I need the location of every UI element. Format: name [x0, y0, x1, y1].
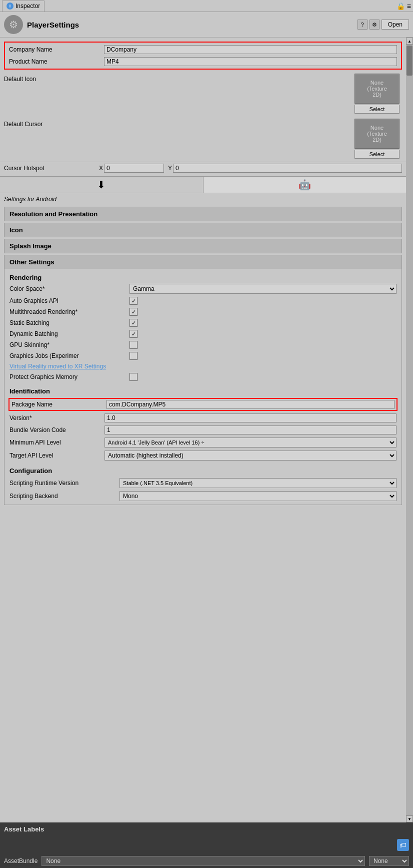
graphics-jobs-row: Graphics Jobs (Experimer	[4, 350, 402, 361]
color-space-label: Color Space*	[10, 285, 130, 292]
lock-icon[interactable]: 🔒	[396, 2, 405, 10]
company-name-row: Company Name	[5, 44, 401, 56]
configuration-title: Configuration	[4, 462, 402, 477]
rendering-title: Rendering	[4, 271, 402, 282]
default-icon-label: Default Icon	[4, 74, 99, 83]
inspector-tab-bar: i Inspector 🔒 ≡	[0, 0, 413, 12]
resolution-section-header[interactable]: Resolution and Presentation	[4, 207, 402, 221]
protect-memory-label: Protect Graphics Memory	[10, 373, 130, 380]
static-batching-row: Static Batching ✓	[4, 317, 402, 328]
static-batching-checkbox[interactable]: ✓	[130, 319, 138, 327]
gpu-skinning-row: GPU Skinning*	[4, 339, 402, 350]
scripting-backend-select[interactable]: Mono	[120, 491, 396, 501]
tag-icon: 🏷	[397, 839, 409, 851]
scrollbar-up-arrow[interactable]: ▲	[406, 38, 413, 45]
asset-labels-bottom: 🏷	[0, 836, 413, 854]
static-batching-label: Static Batching	[10, 319, 130, 326]
scrollbar: ▲ ▼	[406, 38, 413, 822]
bundle-version-label: Bundle Version Code	[10, 426, 104, 433]
scripting-runtime-row: Scripting Runtime Version Stable (.NET 3…	[4, 477, 402, 490]
graphics-jobs-label: Graphics Jobs (Experimer	[10, 352, 130, 359]
tab-desktop[interactable]: ⬇	[0, 177, 204, 193]
company-name-input[interactable]	[104, 45, 397, 54]
tab-android[interactable]: 🤖	[204, 177, 406, 193]
color-space-row: Color Space* Gamma	[4, 282, 402, 295]
multithreaded-label: Multithreaded Rendering*	[10, 308, 130, 315]
version-input[interactable]	[104, 413, 396, 422]
min-api-row: Minimum API Level Android 4.1 'Jelly Bea…	[4, 436, 402, 449]
auto-graphics-checkbox[interactable]: ✓	[130, 297, 138, 305]
auto-graphics-row: Auto Graphics API ✓	[4, 295, 402, 306]
product-name-input[interactable]	[104, 57, 397, 66]
target-api-label: Target API Level	[10, 452, 104, 459]
default-icon-select-btn[interactable]: Select	[354, 105, 400, 114]
player-settings-header: ⚙ PlayerSettings ? ⚙ Open	[0, 12, 413, 38]
inspector-window: i Inspector 🔒 ≡ ⚙ PlayerSettings ? ⚙ Ope…	[0, 0, 413, 868]
version-label: Version*	[10, 414, 104, 421]
icon-section-header[interactable]: Icon	[4, 223, 402, 237]
product-name-row: Product Name	[5, 56, 401, 68]
inspector-tab-title: Inspector	[16, 3, 40, 10]
target-api-row: Target API Level Automatic (highest inst…	[4, 449, 402, 462]
cursor-hotspot-row: Cursor Hotspot X Y	[0, 162, 406, 174]
default-icon-row: Default Icon None (Texture 2D) Select	[0, 72, 406, 117]
help-button[interactable]: ?	[358, 20, 368, 30]
platform-tabs: ⬇ 🤖	[0, 176, 406, 193]
scripting-backend-row: Scripting Backend Mono	[4, 490, 402, 503]
asset-bundle-bar: AssetBundle None None	[0, 854, 413, 868]
assetbundle-label: AssetBundle	[4, 857, 38, 864]
default-cursor-select-btn[interactable]: Select	[354, 150, 400, 159]
identification-title: Identification	[4, 382, 402, 397]
auto-graphics-label: Auto Graphics API	[10, 297, 130, 304]
hotspot-y-input[interactable]	[173, 164, 402, 173]
settings-for-android-label: Settings for Android	[0, 193, 406, 205]
hotspot-x-input[interactable]	[104, 164, 164, 173]
bundle-version-row: Bundle Version Code	[4, 424, 402, 436]
inspector-tab[interactable]: i Inspector	[2, 1, 44, 12]
dynamic-batching-checkbox[interactable]: ✓	[130, 330, 138, 338]
menu-icon[interactable]: ≡	[407, 2, 411, 10]
scripting-backend-label: Scripting Backend	[10, 493, 120, 500]
splash-section-header[interactable]: Splash Image	[4, 239, 402, 253]
package-name-input[interactable]	[106, 400, 394, 409]
other-settings-header[interactable]: Other Settings	[4, 255, 402, 269]
graphics-jobs-checkbox[interactable]	[130, 352, 138, 360]
gpu-skinning-label: GPU Skinning*	[10, 341, 130, 348]
min-api-label: Minimum API Level	[10, 439, 104, 446]
company-product-section: Company Name Product Name	[4, 42, 402, 70]
assetbundle-select-1[interactable]: None	[42, 856, 365, 866]
min-api-select[interactable]: Android 4.1 'Jelly Bean' (API level 16) …	[104, 438, 396, 448]
protect-memory-checkbox[interactable]	[130, 373, 138, 381]
main-content: Company Name Product Name Default Icon N…	[0, 38, 406, 822]
assetbundle-select-2[interactable]: None	[369, 856, 409, 866]
bundle-version-input[interactable]	[104, 425, 396, 435]
vr-xr-link[interactable]: Virtual Reality moved to XR Settings	[4, 361, 402, 371]
default-icon-texture: None (Texture 2D)	[354, 74, 400, 104]
hotspot-y-label: Y	[168, 165, 172, 172]
default-cursor-label: Default Cursor	[4, 119, 99, 128]
target-api-select[interactable]: Automatic (highest installed)	[104, 451, 396, 461]
cursor-hotspot-label: Cursor Hotspot	[4, 165, 99, 172]
default-cursor-row: Default Cursor None (Texture 2D) Select	[0, 117, 406, 162]
default-cursor-texture: None (Texture 2D)	[354, 119, 400, 149]
scrollbar-down-arrow[interactable]: ▼	[406, 815, 413, 822]
info-icon: i	[6, 3, 14, 10]
scripting-runtime-label: Scripting Runtime Version	[10, 480, 120, 487]
multithreaded-checkbox[interactable]: ✓	[130, 308, 138, 316]
version-row: Version*	[4, 412, 402, 424]
open-button[interactable]: Open	[382, 20, 409, 30]
product-name-label: Product Name	[9, 58, 104, 65]
company-name-label: Company Name	[9, 46, 104, 53]
multithreaded-row: Multithreaded Rendering* ✓	[4, 306, 402, 317]
gpu-skinning-checkbox[interactable]	[130, 341, 138, 349]
color-space-select[interactable]: Gamma	[130, 284, 396, 294]
scripting-runtime-select[interactable]: Stable (.NET 3.5 Equivalent)	[120, 478, 396, 488]
dynamic-batching-row: Dynamic Batching ✓	[4, 328, 402, 339]
player-settings-title: PlayerSettings	[27, 21, 79, 29]
settings-button[interactable]: ⚙	[370, 20, 380, 30]
asset-labels-bar: Asset Labels	[0, 822, 413, 836]
other-settings-section: Other Settings Rendering Color Space* Ga…	[4, 255, 402, 505]
package-name-section: Package Name	[8, 398, 398, 411]
scrollbar-thumb[interactable]	[406, 46, 412, 76]
hotspot-x-label: X	[99, 165, 103, 172]
